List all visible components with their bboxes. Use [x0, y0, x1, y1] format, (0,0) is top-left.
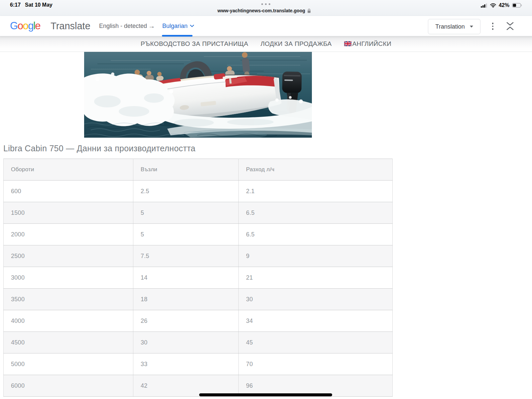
target-language-tab[interactable]: Bulgarian: [162, 16, 194, 36]
table-body: 6002.52.1150056.5200056.525007.593000142…: [4, 181, 393, 397]
translate-wordmark: Translate: [51, 21, 90, 32]
status-icons: 42%: [481, 2, 522, 8]
url-bar[interactable]: www-yachtingnews-com.translate.goog: [217, 8, 311, 13]
table-cell: 45: [239, 332, 393, 353]
table-cell: 6.5: [239, 202, 393, 224]
boat-photo: [84, 52, 312, 138]
table-cell: 7.5: [133, 245, 239, 267]
table-cell: 5: [133, 224, 239, 245]
lock-icon: [307, 8, 311, 13]
table-row: 40002634: [4, 310, 393, 332]
table-cell: 3500: [4, 289, 133, 310]
chevron-down-icon: [190, 25, 194, 27]
table-row: 6002.52.1: [4, 181, 393, 202]
google-logo-letter: o: [23, 20, 28, 32]
arrow-right-icon: →: [148, 16, 155, 36]
performance-table: Обороти Възли Разход л/ч 6002.52.1150056…: [3, 159, 393, 397]
table-cell: 26: [133, 310, 239, 332]
table-cell: 30: [133, 332, 239, 353]
table-header-row: Обороти Възли Разход л/ч: [4, 159, 393, 181]
table-row: 50003370: [4, 353, 393, 375]
table-cell: 18: [133, 289, 239, 310]
column-header-knots: Възли: [133, 159, 239, 181]
ellipsis-icon[interactable]: [261, 3, 270, 5]
table-row: 45003045: [4, 332, 393, 353]
table-cell: 2000: [4, 224, 133, 245]
table-cell: 1500: [4, 202, 133, 224]
table-row: 150056.5: [4, 202, 393, 224]
table-cell: 4000: [4, 310, 133, 332]
google-logo-letter: e: [35, 20, 40, 32]
table-cell: 21: [239, 267, 393, 289]
table-cell: 70: [239, 353, 393, 375]
table-cell: 2.1: [239, 181, 393, 202]
wifi-icon: [490, 3, 496, 8]
nav-label: АНГЛИЙСКИ: [352, 40, 391, 48]
google-logo-letter: o: [18, 20, 23, 32]
page-title: Libra Cabin 750 — Данни за производителн…: [3, 144, 196, 153]
status-time-date: 6:17Sat 10 May: [10, 2, 53, 8]
battery-percent: 42%: [499, 2, 509, 8]
site-nav: РЪКОВОДСТВО ЗА ПРИСТАНИЩА ЛОДКИ ЗА ПРОДА…: [0, 36, 532, 52]
status-date: Sat 10 May: [25, 2, 53, 8]
table-row: 30001421: [4, 267, 393, 289]
google-logo: Google: [10, 20, 40, 32]
table-cell: 5: [133, 202, 239, 224]
status-bar: 6:17Sat 10 May www-yachtingnews-com.tran…: [0, 0, 532, 16]
caret-down-icon: [470, 26, 473, 28]
translation-mode-label: Translation: [435, 23, 465, 30]
table-cell: 6000: [4, 375, 133, 397]
table-cell: 9: [239, 245, 393, 267]
table-row: 60004296: [4, 375, 393, 397]
table-cell: 5000: [4, 353, 133, 375]
page: 6:17Sat 10 May www-yachtingnews-com.tran…: [0, 0, 532, 399]
table-cell: 2500: [4, 245, 133, 267]
table-row: 25007.59: [4, 245, 393, 267]
status-time: 6:17: [10, 2, 21, 8]
url-text: www-yachtingnews-com.translate.goog: [217, 8, 305, 13]
nav-label: РЪКОВОДСТВО ЗА ПРИСТАНИЩА: [141, 40, 248, 48]
table-cell: 14: [133, 267, 239, 289]
table-cell: 3000: [4, 267, 133, 289]
active-tab-underline: [162, 35, 193, 37]
table-cell: 34: [239, 310, 393, 332]
google-logo-letter: g: [28, 20, 33, 32]
nav-item-boats-for-sale[interactable]: ЛОДКИ ЗА ПРОДАЖБА: [260, 40, 332, 48]
battery-icon: [512, 3, 522, 8]
nav-item-english[interactable]: АНГЛИЙСКИ: [344, 40, 391, 48]
column-header-consumption: Разход л/ч: [239, 159, 393, 181]
collapse-bar-button[interactable]: [506, 22, 514, 31]
table-row: 35001830: [4, 289, 393, 310]
table-row: 200056.5: [4, 224, 393, 245]
more-options-button[interactable]: [489, 22, 497, 31]
table-cell: 6.5: [239, 224, 393, 245]
table-cell: 30: [239, 289, 393, 310]
home-indicator[interactable]: [199, 393, 332, 396]
google-translate-bar: Google Translate English - detected → Bu…: [0, 16, 532, 36]
uk-flag-icon: [344, 41, 351, 46]
target-language-label: Bulgarian: [162, 23, 188, 30]
nav-item-harbour-guide[interactable]: РЪКОВОДСТВО ЗА ПРИСТАНИЩА: [141, 40, 248, 48]
column-header-rpm: Обороти: [4, 159, 133, 181]
table-cell: 600: [4, 181, 133, 202]
nav-label: ЛОДКИ ЗА ПРОДАЖБА: [260, 40, 332, 48]
table-cell: 2.5: [133, 181, 239, 202]
table-cell: 33: [133, 353, 239, 375]
table-cell: 4500: [4, 332, 133, 353]
cellular-signal-icon: [481, 3, 487, 8]
translation-mode-button[interactable]: Translation: [428, 19, 480, 34]
source-language-tab[interactable]: English - detected: [99, 16, 147, 36]
google-logo-letter: G: [10, 20, 18, 32]
